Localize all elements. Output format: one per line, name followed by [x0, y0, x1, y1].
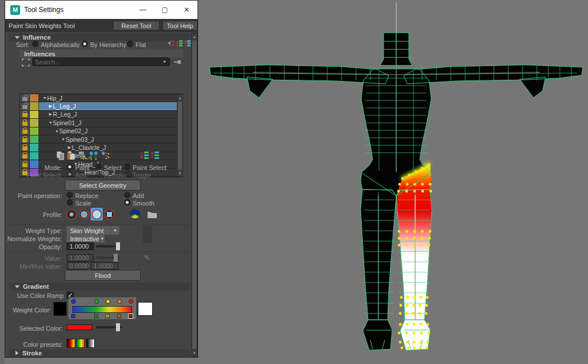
ramp-delete-blue[interactable]: [71, 314, 75, 318]
browse-profile-folder-icon[interactable]: [146, 208, 158, 220]
move-influence-icon[interactable]: [88, 150, 99, 160]
selected-color-slider[interactable]: [96, 323, 122, 331]
swap-influence-icon[interactable]: [99, 150, 110, 160]
tree-row[interactable]: ▼ Hip_J: [20, 94, 183, 102]
ramp-delete-red[interactable]: ✕: [129, 314, 133, 318]
ramp-key-blue[interactable]: [71, 299, 76, 304]
paint-op-replace-radio[interactable]: [67, 192, 73, 198]
ramp-delete-yellow[interactable]: ✕: [106, 314, 110, 318]
expand-arrow-icon[interactable]: ▼: [48, 121, 53, 125]
selected-color-swatch[interactable]: [67, 324, 92, 330]
lock-cell[interactable]: [20, 127, 30, 135]
normalize-weights-dropdown[interactable]: Interactive ▼: [67, 234, 105, 243]
mode-paint-select-radio[interactable]: [124, 164, 130, 170]
max-value-field[interactable]: 1.0000: [91, 262, 118, 270]
expand-arrow-icon[interactable]: ▶: [48, 104, 53, 109]
sort-by-hierarchy-radio[interactable]: [82, 41, 88, 47]
lock-cell[interactable]: [20, 94, 30, 102]
reset-tool-button[interactable]: Reset Tool: [113, 21, 160, 30]
expand-arrow-icon[interactable]: ▼: [55, 129, 59, 133]
tool-help-button[interactable]: Tool Help: [163, 21, 198, 30]
sort-flat-radio[interactable]: [127, 41, 133, 47]
ramp-key-green[interactable]: [94, 299, 99, 304]
pin-search-icon[interactable]: [173, 58, 181, 65]
mode-select-radio[interactable]: [95, 164, 102, 170]
gradient-section-header[interactable]: Gradient: [9, 282, 190, 291]
lock-cell[interactable]: [20, 152, 30, 160]
tree-row-selected[interactable]: ▶ L_Leg_J: [20, 102, 183, 110]
expand-arrow-icon[interactable]: ▼: [42, 96, 47, 100]
minimize-button[interactable]: —: [132, 1, 154, 19]
weight-color-low-swatch[interactable]: [53, 302, 67, 316]
scroll-up-icon[interactable]: ▲: [192, 33, 197, 40]
lock-cell[interactable]: [20, 111, 30, 118]
paint-op-add-radio[interactable]: [124, 192, 130, 198]
ramp-delete-orange[interactable]: ✕: [117, 314, 121, 318]
tree-scrollbar[interactable]: ▲ ▼: [177, 94, 183, 177]
titlebar[interactable]: M Tool Settings — ▢ ✕: [5, 1, 198, 19]
sort-list-up-icon[interactable]: [184, 40, 191, 47]
paste-weights-icon[interactable]: [66, 150, 75, 160]
search-dropdown-icon[interactable]: ▼: [160, 60, 169, 64]
color-ramp-widget[interactable]: ✕ ✕ ✕ ✕: [68, 297, 136, 319]
min-value-field[interactable]: 0.0000: [67, 262, 88, 270]
collapse-list-icon[interactable]: [150, 150, 160, 160]
tree-row[interactable]: ▼ Spine02_J: [20, 127, 183, 135]
preset-rainbow-swatch[interactable]: [76, 339, 85, 348]
influence-section-header[interactable]: Influence: [9, 33, 190, 41]
hammer-weights-icon[interactable]: [76, 150, 87, 160]
weight-type-dropdown[interactable]: Skin Weight ▼: [67, 226, 119, 235]
tree-row[interactable]: ▼ Spine03_J: [20, 135, 183, 144]
lock-cell[interactable]: [20, 144, 30, 151]
close-button[interactable]: ✕: [176, 1, 198, 19]
copy-weights-icon[interactable]: [56, 150, 65, 160]
preset-grayscale-swatch[interactable]: [86, 339, 95, 348]
value-field[interactable]: 1.0000: [67, 254, 94, 262]
maximize-button[interactable]: ▢: [154, 1, 176, 19]
sort-list-down-icon[interactable]: [176, 40, 183, 47]
expand-arrow-icon[interactable]: ▶: [67, 145, 72, 150]
tree-row[interactable]: ▼ Spine01_J: [20, 119, 183, 127]
weight-color-high-swatch[interactable]: [138, 302, 153, 316]
expand-arrow-icon[interactable]: ▶: [48, 112, 53, 117]
gradient-ramp-bar[interactable]: [72, 306, 132, 313]
preset-fire-swatch[interactable]: [67, 339, 75, 348]
paint-select-add-radio[interactable]: [67, 171, 73, 177]
settings-scrollbar[interactable]: ▲ ▼: [191, 33, 198, 357]
paint-op-smooth-radio[interactable]: [124, 199, 130, 206]
tree-scrollbar-thumb[interactable]: [178, 102, 182, 169]
paint-select-remove-radio[interactable]: [95, 171, 102, 177]
viewport-3d[interactable]: [198, 0, 588, 364]
pencil-icon[interactable]: ✎: [143, 254, 151, 262]
scroll-up-icon[interactable]: ▲: [177, 95, 183, 101]
search-input[interactable]: [33, 59, 160, 65]
paint-op-scale-radio[interactable]: [67, 199, 73, 206]
opacity-field[interactable]: 1.0000: [67, 242, 94, 250]
profile-gaussian-brush-button[interactable]: [65, 208, 78, 220]
select-geometry-button[interactable]: Select Geometry: [65, 180, 141, 191]
refresh-influences-icon[interactable]: [168, 40, 175, 47]
profile-soft-brush-button[interactable]: [78, 208, 90, 220]
ramp-delete-green[interactable]: ✕: [94, 314, 98, 318]
expand-list-icon[interactable]: [140, 150, 149, 160]
profile-solid-brush-button[interactable]: [91, 208, 103, 220]
opacity-slider[interactable]: [96, 242, 120, 250]
stroke-section-header[interactable]: Stroke: [9, 349, 190, 357]
ramp-key-red[interactable]: [129, 299, 133, 304]
scroll-down-icon[interactable]: ▼: [177, 170, 183, 176]
tree-row[interactable]: ▶ R_Leg_J: [20, 111, 183, 119]
expand-arrow-icon[interactable]: ▼: [61, 137, 65, 141]
mode-paint-radio[interactable]: [67, 164, 73, 170]
scroll-down-icon[interactable]: ▼: [192, 350, 197, 356]
paint-select-toggle-radio[interactable]: [124, 171, 130, 177]
settings-scrollbar-thumb[interactable]: [192, 40, 196, 349]
lock-cell[interactable]: [20, 102, 30, 110]
flood-button[interactable]: Flood: [65, 270, 141, 281]
sort-alphabetically-radio[interactable]: [32, 41, 38, 47]
ramp-key-orange[interactable]: [117, 299, 122, 304]
select-highlighted-icon[interactable]: [21, 58, 30, 67]
profile-square-brush-button[interactable]: [103, 208, 115, 220]
profile-ramp-sphere-button[interactable]: [129, 208, 141, 220]
ramp-key-yellow[interactable]: [106, 299, 110, 304]
value-slider[interactable]: [96, 254, 120, 262]
